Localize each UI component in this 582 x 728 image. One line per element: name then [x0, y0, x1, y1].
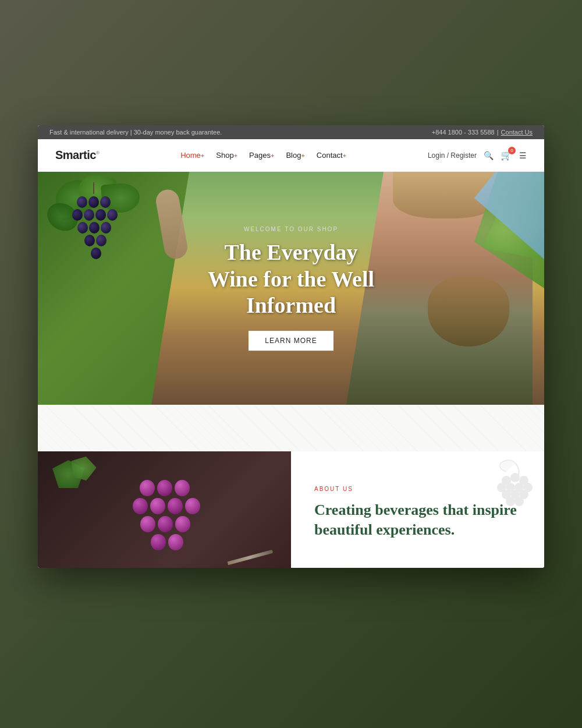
hero-content: WELCOME TO OUR SHOP The Everyday Wine fo…: [198, 226, 384, 351]
nav-home[interactable]: Home+: [180, 151, 204, 160]
svg-point-11: [514, 497, 524, 506]
contact-link[interactable]: Contact Us: [501, 129, 533, 136]
navbar: Smartic® Home+ Shop+ Pages+ Blog+ Contac…: [38, 139, 544, 172]
nav-right: Login / Register 🔍 🛒 0 ☰: [428, 150, 527, 161]
contact-info: +844 1800 - 333 5588 | Contact Us: [432, 129, 533, 136]
search-icon[interactable]: 🔍: [484, 151, 494, 160]
learn-more-button[interactable]: Learn More: [249, 331, 333, 351]
login-register-link[interactable]: Login / Register: [428, 151, 477, 160]
phone-number: +844 1800 - 333 5588: [432, 129, 495, 136]
about-image-col: [38, 451, 291, 568]
logo[interactable]: Smartic®: [55, 149, 99, 162]
nav-links: Home+ Shop+ Pages+ Blog+ Contact+: [180, 151, 346, 160]
hero-section: WELCOME TO OUR SHOP The Everyday Wine fo…: [38, 172, 544, 405]
spacer-area: [38, 405, 544, 451]
grape-decoration: [489, 457, 535, 512]
nav-blog[interactable]: Blog+: [286, 151, 304, 160]
browser-window: Fast & international delivery | 30-day m…: [38, 125, 544, 568]
about-section: ABOUT US Creating beverages that inspire…: [38, 451, 544, 568]
cart-badge: 0: [508, 147, 516, 154]
nav-contact[interactable]: Contact+: [317, 151, 346, 160]
svg-point-10: [506, 497, 515, 506]
pipe-separator: |: [497, 129, 499, 136]
nav-shop[interactable]: Shop+: [216, 151, 237, 160]
nav-pages[interactable]: Pages+: [249, 151, 274, 160]
about-text-col: ABOUT US Creating beverages that inspire…: [291, 451, 544, 568]
menu-icon[interactable]: ☰: [519, 151, 527, 160]
hero-subtitle: WELCOME TO OUR SHOP: [198, 226, 384, 232]
cart-icon[interactable]: 🛒 0: [501, 150, 512, 161]
announcement-bar: Fast & international delivery | 30-day m…: [38, 125, 544, 139]
announcement-left: Fast & international delivery | 30-day m…: [49, 129, 222, 136]
hero-title: The Everyday Wine for the Well Informed: [198, 239, 384, 319]
